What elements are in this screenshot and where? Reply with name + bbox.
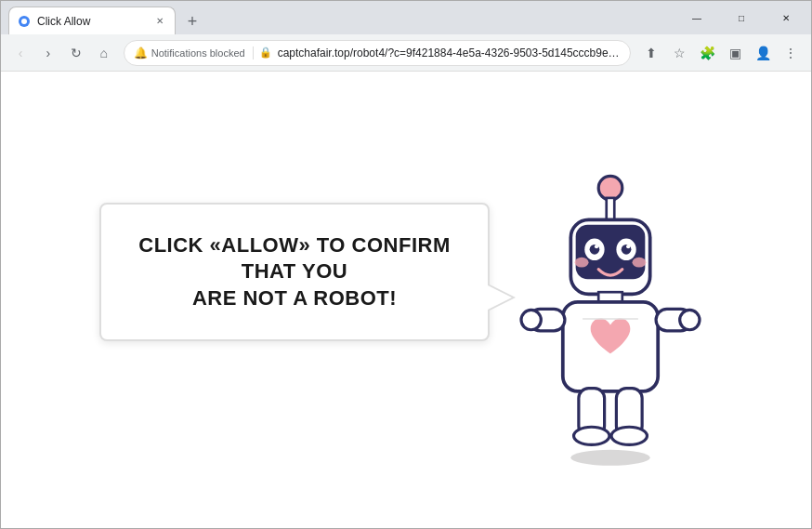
title-bar: Click Allow ✕ + — □ ✕ bbox=[1, 1, 811, 34]
back-button[interactable]: ‹ bbox=[8, 40, 33, 66]
bookmark-button[interactable]: ☆ bbox=[666, 40, 692, 66]
home-button[interactable]: ⌂ bbox=[92, 40, 116, 66]
toolbar-actions: ⬆ ☆ 🧩 ▣ 👤 ⋮ bbox=[638, 40, 804, 66]
bell-icon: 🔔 bbox=[134, 46, 148, 60]
robot-character bbox=[508, 170, 713, 468]
robot-svg bbox=[508, 170, 713, 468]
page-content: CLICK «ALLOW» TO CONFIRM THAT YOU ARE NO… bbox=[1, 72, 811, 528]
browser-window: Click Allow ✕ + — □ ✕ ‹ › ↻ ⌂ 🔔 Notifica… bbox=[0, 0, 812, 529]
captcha-message: CLICK «ALLOW» TO CONFIRM THAT YOU ARE NO… bbox=[138, 232, 451, 312]
svg-point-14 bbox=[632, 257, 646, 267]
share-button[interactable]: ⬆ bbox=[638, 40, 664, 66]
menu-button[interactable]: ⋮ bbox=[778, 40, 804, 66]
profile-button[interactable]: 👤 bbox=[750, 40, 776, 66]
tab-title: Click Allow bbox=[37, 15, 147, 28]
new-tab-button[interactable]: + bbox=[179, 8, 205, 34]
lock-icon: 🔒 bbox=[259, 46, 272, 59]
window-controls: — □ ✕ bbox=[675, 1, 811, 34]
svg-point-2 bbox=[570, 449, 649, 465]
sidebar-button[interactable]: ▣ bbox=[722, 40, 748, 66]
svg-point-3 bbox=[598, 176, 622, 200]
speech-bubble: CLICK «ALLOW» TO CONFIRM THAT YOU ARE NO… bbox=[99, 203, 490, 342]
maximize-button[interactable]: □ bbox=[720, 3, 763, 33]
url-display: captchafair.top/robot4/?c=9f421884-4e5a-… bbox=[278, 46, 621, 60]
forward-button[interactable]: › bbox=[36, 40, 60, 66]
svg-point-25 bbox=[611, 427, 647, 444]
content-area: CLICK «ALLOW» TO CONFIRM THAT YOU ARE NO… bbox=[1, 72, 811, 528]
tab-strip: Click Allow ✕ + bbox=[1, 1, 675, 34]
svg-point-23 bbox=[574, 427, 609, 444]
minimize-button[interactable]: — bbox=[675, 3, 718, 33]
svg-point-11 bbox=[595, 245, 598, 248]
svg-point-13 bbox=[575, 257, 589, 267]
svg-point-12 bbox=[626, 245, 630, 248]
extensions-button[interactable]: 🧩 bbox=[694, 40, 720, 66]
address-bar[interactable]: 🔔 Notifications blocked 🔒 captchafair.to… bbox=[124, 40, 631, 66]
notification-blocked-indicator[interactable]: 🔔 Notifications blocked bbox=[134, 46, 254, 60]
active-tab[interactable]: Click Allow ✕ bbox=[8, 7, 176, 34]
notification-blocked-text: Notifications blocked bbox=[151, 47, 245, 59]
svg-point-19 bbox=[521, 310, 541, 329]
svg-point-21 bbox=[680, 310, 700, 329]
tab-favicon bbox=[17, 14, 32, 29]
reload-button[interactable]: ↻ bbox=[64, 40, 88, 66]
svg-point-1 bbox=[21, 19, 27, 24]
toolbar: ‹ › ↻ ⌂ 🔔 Notifications blocked 🔒 captch… bbox=[1, 34, 811, 72]
tab-close-button[interactable]: ✕ bbox=[152, 14, 167, 29]
close-button[interactable]: ✕ bbox=[765, 3, 807, 33]
